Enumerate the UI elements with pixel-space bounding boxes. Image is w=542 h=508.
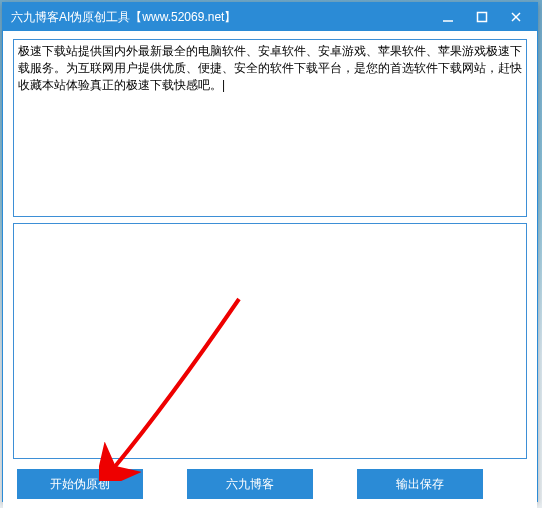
desktop-backdrop: 极速下载站 六九博客AI伪原创工具【www.52069.net】 开始伪原创 bbox=[0, 0, 542, 508]
titlebar: 六九博客AI伪原创工具【www.52069.net】 bbox=[3, 3, 537, 31]
svg-rect-1 bbox=[478, 13, 487, 22]
maximize-button[interactable] bbox=[465, 3, 499, 31]
minimize-button[interactable] bbox=[431, 3, 465, 31]
close-button[interactable] bbox=[499, 3, 533, 31]
button-row: 开始伪原创 六九博客 输出保存 bbox=[13, 465, 527, 501]
output-textarea[interactable] bbox=[13, 223, 527, 459]
input-textarea[interactable] bbox=[13, 39, 527, 217]
blog-button[interactable]: 六九博客 bbox=[187, 469, 313, 499]
app-window: 六九博客AI伪原创工具【www.52069.net】 开始伪原创 六九博客 输出… bbox=[2, 2, 538, 502]
window-title: 六九博客AI伪原创工具【www.52069.net】 bbox=[11, 9, 431, 26]
window-controls bbox=[431, 3, 533, 31]
client-area: 开始伪原创 六九博客 输出保存 bbox=[3, 31, 537, 508]
start-button[interactable]: 开始伪原创 bbox=[17, 469, 143, 499]
export-button[interactable]: 输出保存 bbox=[357, 469, 483, 499]
